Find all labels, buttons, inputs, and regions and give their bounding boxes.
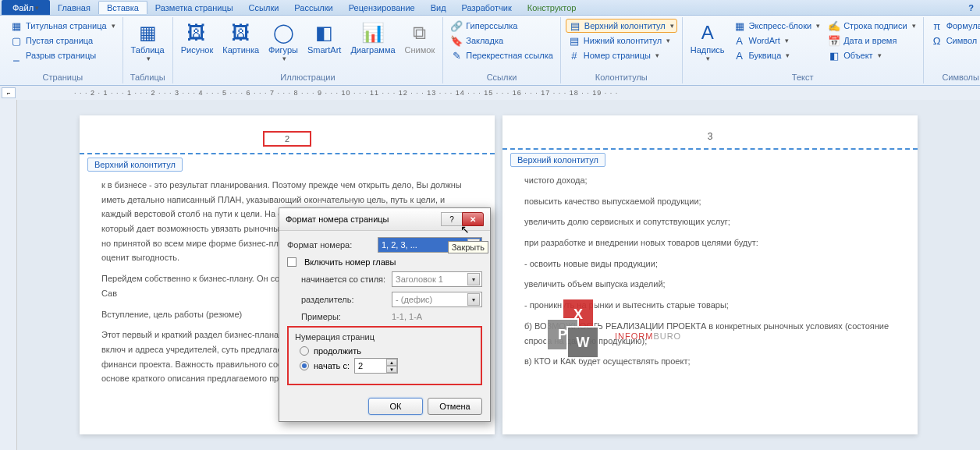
dialog-title: Формат номера страницы xyxy=(286,214,389,224)
dialog-help-button[interactable]: ? xyxy=(441,212,463,226)
picture-icon: 🖼 xyxy=(184,20,209,45)
format-label: Формат номера: xyxy=(287,240,373,250)
screenshot-icon: ⧉ xyxy=(407,20,432,45)
group-tables: Таблицы xyxy=(128,71,168,82)
ruler-corner: ⌐ xyxy=(2,87,16,98)
shapes-button[interactable]: ◯Фигуры▾ xyxy=(265,19,301,71)
dialog-titlebar[interactable]: Формат номера страницы ? ✕ Закрыть xyxy=(279,208,490,231)
footer-icon: ▤ xyxy=(568,34,581,47)
dropcap-button[interactable]: AБуквица▾ xyxy=(731,48,823,62)
dropcap-icon: A xyxy=(733,49,746,62)
datetime-button[interactable]: 📅Дата и время xyxy=(826,34,918,48)
equation-button[interactable]: πФормула▾ xyxy=(929,19,980,33)
close-tooltip: Закрыть xyxy=(448,241,488,253)
tab-insert[interactable]: Вставка xyxy=(98,1,147,14)
tab-review[interactable]: Рецензирование xyxy=(341,2,423,14)
page-right[interactable]: 3 Верхний колонтитул чистого дохода;повы… xyxy=(502,115,918,434)
page-number-right: 3 xyxy=(524,131,896,142)
group-illus: Иллюстрации xyxy=(178,71,439,82)
equation-icon: π xyxy=(931,19,943,32)
object-button[interactable]: ◧Объект▾ xyxy=(826,48,918,62)
ribbon: ▦Титульная страница▾ ▢Пустая страница ⎯Р… xyxy=(0,16,980,86)
link-icon: 🔗 xyxy=(450,19,463,32)
tab-strip: Файл▾ Главная Вставка Разметка страницы … xyxy=(0,0,980,16)
horizontal-ruler[interactable]: · · · 2 · 1 · · · 1 · · · 2 · · · 3 · · … xyxy=(0,86,980,100)
dialog-close-button[interactable]: ✕ xyxy=(462,212,484,226)
quickparts-icon: ▦ xyxy=(733,19,746,32)
symbol-icon: Ω xyxy=(931,34,943,47)
smartart-button[interactable]: ◧SmartArt xyxy=(304,19,344,71)
include-chapter-checkbox[interactable] xyxy=(287,257,296,267)
number-icon: # xyxy=(568,49,581,62)
hyperlink-button[interactable]: 🔗Гиперссылка xyxy=(448,19,556,33)
tab-designer[interactable]: Конструктор xyxy=(520,2,584,14)
chart-button[interactable]: 📊Диаграмма xyxy=(347,19,398,71)
tab-mail[interactable]: Рассылки xyxy=(286,2,340,14)
vertical-ruler[interactable] xyxy=(0,100,17,450)
tab-refs[interactable]: Ссылки xyxy=(241,2,287,14)
header-tag-right[interactable]: Верхний колонтитул xyxy=(510,153,605,167)
include-chapter-label: Включить номер главы xyxy=(304,257,396,267)
tab-layout[interactable]: Разметка страницы xyxy=(147,2,241,14)
textbox-button[interactable]: AНадпись▾ xyxy=(687,19,728,71)
break-icon: ⎯ xyxy=(10,49,23,62)
radio-continue[interactable] xyxy=(300,346,309,356)
picture-button[interactable]: 🖼Рисунок xyxy=(178,19,217,71)
header-tag-left[interactable]: Верхний колонтитул xyxy=(87,158,183,172)
date-icon: 📅 xyxy=(828,34,840,47)
help-icon[interactable]: ? xyxy=(968,3,974,12)
bookmark-icon: 🔖 xyxy=(450,34,463,47)
page-break-button[interactable]: ⎯Разрыв страницы xyxy=(8,48,118,62)
tab-dev[interactable]: Разработчик xyxy=(454,2,520,14)
watermark: X P W INFORMBURO xyxy=(546,298,681,360)
start-at-spinner[interactable]: 2▲▼ xyxy=(354,358,398,374)
blank-page-button[interactable]: ▢Пустая страница xyxy=(8,34,118,48)
group-links: Ссылки xyxy=(448,71,556,82)
header-icon: ▤ xyxy=(569,19,581,32)
table-button[interactable]: ▦Таблица▾ xyxy=(128,19,168,64)
ok-button[interactable]: ОК xyxy=(368,398,423,415)
numbering-legend: Нумерация страниц xyxy=(295,332,474,342)
page-number-left: 2 xyxy=(263,131,311,147)
wordart-icon: A xyxy=(733,34,746,47)
cancel-button[interactable]: Отмена xyxy=(428,398,482,415)
screenshot-button[interactable]: ⧉Снимок xyxy=(402,19,439,71)
tab-view[interactable]: Вид xyxy=(423,2,454,14)
chapter-style-select: Заголовок 1▾ xyxy=(392,271,482,287)
symbol-button[interactable]: ΩСимвол▾ xyxy=(929,34,980,48)
separator-select: - (дефис)▾ xyxy=(392,292,482,307)
smartart-icon: ◧ xyxy=(312,20,337,45)
radio-start-at[interactable] xyxy=(300,361,309,370)
table-icon: ▦ xyxy=(135,20,160,45)
group-text: Текст xyxy=(687,71,918,82)
crossref-button[interactable]: ✎Перекрестная ссылка xyxy=(448,48,556,62)
group-pages: Страницы xyxy=(8,71,118,82)
header-button[interactable]: ▤Верхний колонтитул▾ xyxy=(566,19,677,33)
quickparts-button[interactable]: ▦Экспресс-блоки▾ xyxy=(731,19,823,33)
footer-button[interactable]: ▤Нижний колонтитул▾ xyxy=(566,34,677,48)
shapes-icon: ◯ xyxy=(271,20,296,45)
group-symbols: Символы xyxy=(929,71,980,82)
sig-icon: ✍ xyxy=(828,19,840,32)
page-icon: ▦ xyxy=(10,19,23,32)
crossref-icon: ✎ xyxy=(450,49,463,62)
blank-icon: ▢ xyxy=(10,34,23,47)
numbering-fieldset: Нумерация страниц продолжить начать с: 2… xyxy=(287,326,482,385)
object-icon: ◧ xyxy=(828,49,840,62)
page-number-format-dialog: Формат номера страницы ? ✕ Закрыть Форма… xyxy=(279,207,491,422)
spin-down-icon[interactable]: ▼ xyxy=(386,366,397,373)
clipart-icon: 🖼 xyxy=(229,20,254,45)
group-hf: Колонтитулы xyxy=(566,71,677,82)
textbox-icon: A xyxy=(695,20,720,45)
spin-up-icon[interactable]: ▲ xyxy=(386,359,397,366)
tab-file[interactable]: Файл▾ xyxy=(2,0,50,15)
chart-icon: 📊 xyxy=(360,20,385,45)
sigline-button[interactable]: ✍Строка подписи▾ xyxy=(826,19,918,33)
tab-home[interactable]: Главная xyxy=(50,2,98,14)
title-page-button[interactable]: ▦Титульная страница▾ xyxy=(8,19,118,33)
pagenumber-button[interactable]: #Номер страницы▾ xyxy=(566,48,677,62)
wordart-button[interactable]: AWordArt▾ xyxy=(731,34,823,48)
bookmark-button[interactable]: 🔖Закладка xyxy=(448,34,556,48)
clipart-button[interactable]: 🖼Картинка xyxy=(219,19,262,71)
